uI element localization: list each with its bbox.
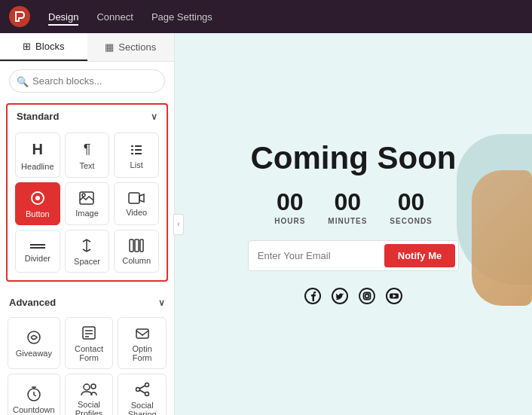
svg-point-7 — [35, 196, 40, 200]
column-icon — [129, 239, 144, 252]
standard-chevron[interactable]: ∨ — [151, 111, 157, 122]
block-image[interactable]: Image — [65, 182, 110, 225]
svg-rect-11 — [30, 244, 45, 246]
tab-sections[interactable]: ▦ Sections — [87, 33, 175, 61]
social-sharing-icon — [135, 382, 150, 397]
canvas-content: Coming Soon 00 HOURS 00 MINUTES 00 SECON… — [218, 117, 490, 331]
image-icon — [79, 191, 94, 205]
seconds-value: 00 — [398, 190, 425, 214]
nav-tab-connect[interactable]: Connect — [96, 8, 133, 26]
block-list[interactable]: List — [114, 133, 159, 178]
nav-tab-design[interactable]: Design — [48, 8, 78, 26]
svg-line-29 — [139, 390, 145, 393]
main-layout: ⊞ Blocks ▦ Sections 🔍 Standard ∨ — [0, 33, 532, 415]
block-column[interactable]: Column — [114, 230, 159, 273]
canvas: Coming Soon 00 HOURS 00 MINUTES 00 SECON… — [175, 33, 532, 415]
notify-button[interactable]: Notify Me — [384, 244, 456, 267]
twitter-icon[interactable] — [332, 288, 348, 308]
email-input[interactable] — [258, 250, 384, 261]
sidebar-tabs: ⊞ Blocks ▦ Sections — [0, 33, 174, 62]
optin-form-label: Optin Form — [123, 344, 161, 362]
giveaway-icon — [26, 330, 41, 345]
youtube-icon[interactable] — [386, 288, 402, 308]
block-headline[interactable]: H Headline — [15, 133, 60, 178]
spacer-label: Spacer — [74, 257, 100, 266]
standard-blocks-grid: H Headline ¶ Text — [6, 127, 168, 282]
svg-rect-5 — [135, 153, 142, 154]
svg-rect-10 — [129, 193, 139, 203]
contact-form-icon — [81, 325, 96, 340]
svg-point-26 — [136, 388, 139, 392]
block-button[interactable]: Button — [15, 182, 60, 225]
svg-point-34 — [365, 294, 369, 298]
block-contact-form[interactable]: Contact Form — [65, 317, 114, 369]
svg-line-28 — [139, 386, 145, 389]
instagram-icon[interactable] — [359, 288, 375, 308]
svg-rect-13 — [130, 240, 133, 252]
spacer-icon — [81, 238, 93, 253]
list-label: List — [130, 160, 143, 169]
svg-rect-4 — [131, 153, 133, 154]
app-logo[interactable] — [9, 6, 30, 27]
svg-point-23 — [84, 384, 90, 390]
search-input[interactable] — [9, 69, 165, 93]
svg-rect-1 — [135, 145, 142, 147]
svg-point-24 — [91, 384, 96, 389]
button-label: Button — [26, 209, 50, 218]
email-row: Notify Me — [248, 240, 460, 271]
column-label: Column — [122, 256, 151, 265]
countdown-hours: 00 HOURS — [274, 190, 305, 225]
tab-blocks[interactable]: ⊞ Blocks — [0, 33, 87, 61]
svg-rect-12 — [30, 247, 45, 249]
button-icon — [30, 191, 45, 206]
block-countdown[interactable]: Countdown — [8, 374, 60, 415]
sidebar-collapse-button[interactable]: ‹ — [173, 214, 184, 235]
svg-point-16 — [28, 331, 40, 343]
countdown-minutes: 00 MINUTES — [328, 190, 367, 225]
optin-form-icon — [135, 325, 150, 340]
block-text[interactable]: ¶ Text — [65, 133, 110, 178]
svg-rect-15 — [140, 240, 143, 252]
facebook-icon[interactable] — [304, 288, 321, 308]
svg-point-25 — [145, 383, 148, 387]
standard-label: Standard — [17, 111, 59, 122]
coming-soon-heading: Coming Soon — [248, 140, 460, 176]
nav-tab-page-settings[interactable]: Page Settings — [151, 8, 212, 26]
divider-label: Divider — [25, 254, 50, 263]
block-social-profiles[interactable]: Social Profiles — [65, 374, 114, 415]
block-optin-form[interactable]: Optin Form — [118, 317, 167, 369]
block-divider[interactable]: Divider — [15, 230, 60, 273]
social-profiles-icon — [81, 383, 97, 396]
svg-rect-14 — [135, 240, 139, 252]
hours-label: HOURS — [274, 217, 305, 225]
search-icon: 🔍 — [17, 75, 29, 87]
seconds-label: SECONDS — [390, 217, 432, 225]
giveaway-label: Giveaway — [16, 349, 52, 358]
svg-rect-21 — [136, 329, 148, 338]
block-spacer[interactable]: Spacer — [65, 230, 110, 273]
minutes-value: 00 — [335, 190, 362, 214]
headline-icon: H — [32, 141, 43, 158]
hand-decoration — [472, 170, 532, 306]
minutes-label: MINUTES — [328, 217, 367, 225]
blocks-tab-icon: ⊞ — [23, 41, 31, 52]
svg-point-27 — [145, 392, 148, 396]
contact-form-label: Contact Form — [70, 344, 109, 362]
advanced-section-header: Advanced ∨ — [0, 291, 174, 313]
countdown-seconds: 00 SECONDS — [390, 190, 432, 225]
advanced-chevron[interactable]: ∨ — [158, 298, 165, 308]
countdown-row: 00 HOURS 00 MINUTES 00 SECONDS — [248, 190, 460, 225]
block-giveaway[interactable]: Giveaway — [8, 317, 60, 369]
top-nav: Design Connect Page Settings — [0, 0, 532, 33]
block-social-sharing[interactable]: Social Sharing — [118, 374, 167, 415]
standard-section-header: Standard ∨ — [6, 103, 168, 127]
social-sharing-label: Social Sharing — [123, 401, 161, 415]
block-video[interactable]: Video — [114, 182, 159, 225]
svg-point-9 — [82, 194, 85, 197]
social-profiles-label: Social Profiles — [70, 400, 109, 415]
advanced-label: Advanced — [9, 297, 56, 308]
blocks-tab-label: Blocks — [35, 41, 64, 52]
svg-point-32 — [359, 288, 375, 304]
headline-label: Headline — [21, 162, 54, 171]
text-label: Text — [79, 161, 94, 170]
